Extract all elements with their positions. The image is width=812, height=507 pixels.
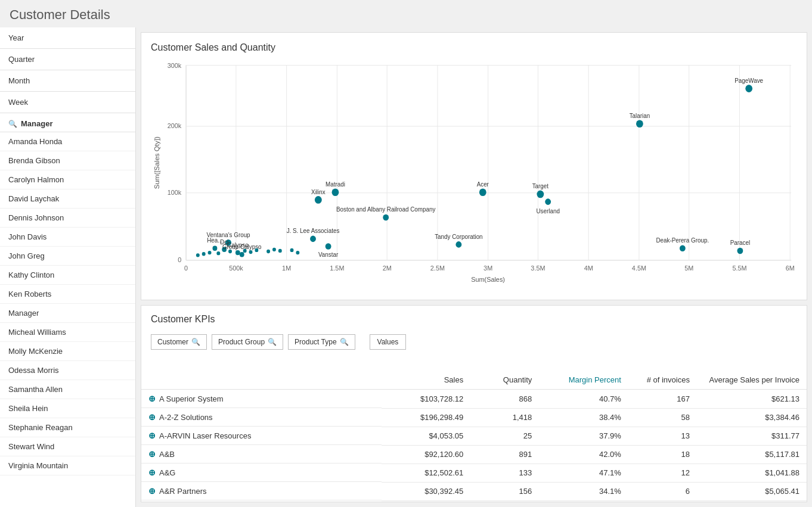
product-group-search-icon: 🔍 bbox=[268, 338, 277, 346]
kpi-quantity-cell: 25 bbox=[470, 427, 539, 445]
product-type-filter-button[interactable]: Product Type 🔍 bbox=[288, 334, 355, 350]
kpi-table-row: ⊕ A Superior System $103,728.12 868 40.7… bbox=[141, 390, 807, 409]
kpi-sales-cell: $12,502.61 bbox=[382, 464, 471, 482]
kpi-customer-cell: ⊕ A Superior System bbox=[141, 390, 382, 408]
kpi-quantity-cell: 5,830 bbox=[470, 500, 539, 502]
kpi-quantity-cell: 891 bbox=[470, 445, 539, 464]
svg-point-76 bbox=[208, 251, 212, 254]
kpi-customer-cell: ⊕ A-ARVIN Laser Resources bbox=[141, 427, 382, 445]
kpi-invoices-cell: 111 bbox=[628, 500, 697, 502]
kpi-margin-cell: 42.0% bbox=[539, 445, 628, 464]
kpi-margin-cell: 40.3% bbox=[539, 500, 628, 502]
manager-item[interactable]: David Laychak bbox=[0, 189, 135, 209]
manager-item[interactable]: Manager bbox=[0, 304, 135, 323]
kpi-avg-sales-cell: $311.77 bbox=[697, 427, 807, 445]
manager-item[interactable]: Brenda Gibson bbox=[0, 151, 135, 170]
kpi-quantity-cell: 1,418 bbox=[470, 408, 539, 427]
kpi-customer-name: A&G bbox=[159, 468, 175, 477]
kpi-panel: Customer KPIs Customer 🔍 Product Group 🔍… bbox=[141, 305, 807, 502]
filter-week[interactable]: Week bbox=[0, 92, 135, 113]
manager-item[interactable]: Amanda Honda bbox=[0, 132, 135, 151]
manager-list: Amanda Honda Brenda Gibson Carolyn Halmo… bbox=[0, 132, 135, 507]
filter-quarter[interactable]: Quarter bbox=[0, 49, 135, 70]
svg-text:1.5M: 1.5M bbox=[330, 264, 344, 271]
scatter-chart-svg: .axis-label { font-size: 11px; fill: #66… bbox=[151, 59, 797, 285]
svg-point-78 bbox=[228, 250, 232, 253]
manager-item[interactable]: Samantha Allen bbox=[0, 380, 135, 399]
svg-point-79 bbox=[243, 249, 247, 253]
kpi-sales-cell: $30,392.45 bbox=[382, 482, 471, 500]
kpi-table-row: ⊕ A-2-Z Solutions $196,298.49 1,418 38.4… bbox=[141, 408, 807, 427]
svg-point-56 bbox=[326, 243, 331, 250]
svg-text:3M: 3M bbox=[484, 264, 492, 271]
kpi-invoices-cell: 12 bbox=[628, 464, 697, 482]
manager-item[interactable]: Odessa Morris bbox=[0, 361, 135, 380]
kpi-sales-cell: $259,599.52 bbox=[382, 500, 471, 502]
manager-item[interactable]: John Greg bbox=[0, 247, 135, 266]
svg-text:Vanstar: Vanstar bbox=[318, 251, 339, 258]
expand-row-icon[interactable]: ⊕ bbox=[148, 468, 156, 477]
customer-search-icon: 🔍 bbox=[191, 338, 200, 346]
kpi-table: Sales Quantity Margin Percent # of invoi… bbox=[141, 356, 807, 502]
manager-item[interactable]: Molly McKenzie bbox=[0, 342, 135, 361]
kpi-avg-sales-cell: $1,041.88 bbox=[697, 464, 807, 482]
svg-text:Matradi: Matradi bbox=[326, 181, 345, 188]
kpi-quantity-cell: 133 bbox=[470, 464, 539, 482]
manager-item[interactable]: Ken Roberts bbox=[0, 285, 135, 304]
svg-point-66 bbox=[455, 241, 461, 248]
kpi-invoices-cell: 167 bbox=[628, 390, 697, 409]
kpi-customer-name: A-2-Z Solutions bbox=[159, 413, 213, 422]
kpi-sales-cell: $196,298.49 bbox=[382, 408, 471, 427]
manager-item[interactable]: Micheal Williams bbox=[0, 323, 135, 342]
svg-text:5.5M: 5.5M bbox=[732, 264, 746, 271]
manager-item[interactable]: Virginia Mountain bbox=[0, 456, 135, 475]
svg-point-50 bbox=[315, 196, 322, 204]
expand-row-icon[interactable]: ⊕ bbox=[148, 449, 156, 459]
kpi-sales-cell: $92,120.60 bbox=[382, 445, 471, 464]
manager-item[interactable]: Dennis Johnson bbox=[0, 209, 135, 228]
manager-section-header: 🔍 Manager bbox=[0, 113, 135, 132]
expand-row-icon[interactable]: ⊕ bbox=[148, 431, 156, 440]
manager-item[interactable]: Sheila Hein bbox=[0, 399, 135, 418]
manager-item[interactable]: John Davis bbox=[0, 228, 135, 247]
expand-row-icon[interactable]: ⊕ bbox=[148, 486, 156, 496]
expand-row-icon[interactable]: ⊕ bbox=[148, 412, 156, 422]
svg-text:0: 0 bbox=[184, 264, 188, 271]
filter-year[interactable]: Year bbox=[0, 27, 135, 49]
svg-text:1M: 1M bbox=[282, 264, 291, 271]
page-title: Customer Details bbox=[0, 0, 812, 27]
kpi-table-row: ⊕ A1 Datacom Supply $259,599.52 5,830 40… bbox=[141, 500, 807, 502]
manager-item[interactable]: Stephanie Reagan bbox=[0, 418, 135, 437]
svg-text:Acer: Acer bbox=[477, 181, 489, 188]
kpi-customer-name: A-ARVIN Laser Resources bbox=[159, 431, 251, 440]
manager-item[interactable]: Stewart Wind bbox=[0, 437, 135, 456]
kpi-invoices-cell: 6 bbox=[628, 482, 697, 500]
svg-point-54 bbox=[310, 236, 316, 242]
expand-row-icon[interactable]: ⊕ bbox=[148, 394, 156, 403]
svg-text:4.5M: 4.5M bbox=[632, 264, 646, 271]
avg-sales-label: Average Sales per Invoice bbox=[709, 375, 799, 384]
svg-text:Deak-Perera Group.: Deak-Perera Group. bbox=[656, 237, 709, 244]
filter-month[interactable]: Month bbox=[0, 70, 135, 92]
manager-item[interactable]: Kathy Clinton bbox=[0, 266, 135, 285]
kpi-customer-cell: ⊕ A&R Partners bbox=[141, 482, 382, 500]
kpi-table-row: ⊕ A&R Partners $30,392.45 156 34.1% 6 $5… bbox=[141, 482, 807, 500]
kpi-table-row: ⊕ A&G $12,502.61 133 47.1% 12 $1,041.88 bbox=[141, 464, 807, 482]
svg-point-42 bbox=[479, 188, 486, 196]
svg-text:100k: 100k bbox=[168, 189, 182, 196]
manager-item[interactable]: Carolyn Halmon bbox=[0, 170, 135, 189]
sidebar: Year Quarter Month Week 🔍 Manager Amanda… bbox=[0, 27, 136, 507]
values-button[interactable]: Values bbox=[370, 334, 407, 350]
kpi-customer-name: A&B bbox=[159, 450, 175, 459]
svg-text:Userland: Userland bbox=[536, 207, 560, 214]
kpi-customer-cell: ⊕ A&B bbox=[141, 445, 382, 464]
content-area: Customer Sales and Quantity .axis-label … bbox=[136, 27, 812, 507]
customer-filter-button[interactable]: Customer 🔍 bbox=[151, 334, 207, 350]
svg-point-85 bbox=[290, 248, 294, 252]
kpi-avg-sales-cell: $3,384.46 bbox=[697, 408, 807, 427]
svg-text:5M: 5M bbox=[684, 264, 693, 271]
svg-text:PageWave: PageWave bbox=[734, 77, 763, 84]
kpi-title: Customer KPIs bbox=[141, 306, 807, 331]
product-group-filter-button[interactable]: Product Group 🔍 bbox=[212, 334, 283, 350]
svg-point-46 bbox=[545, 198, 551, 205]
